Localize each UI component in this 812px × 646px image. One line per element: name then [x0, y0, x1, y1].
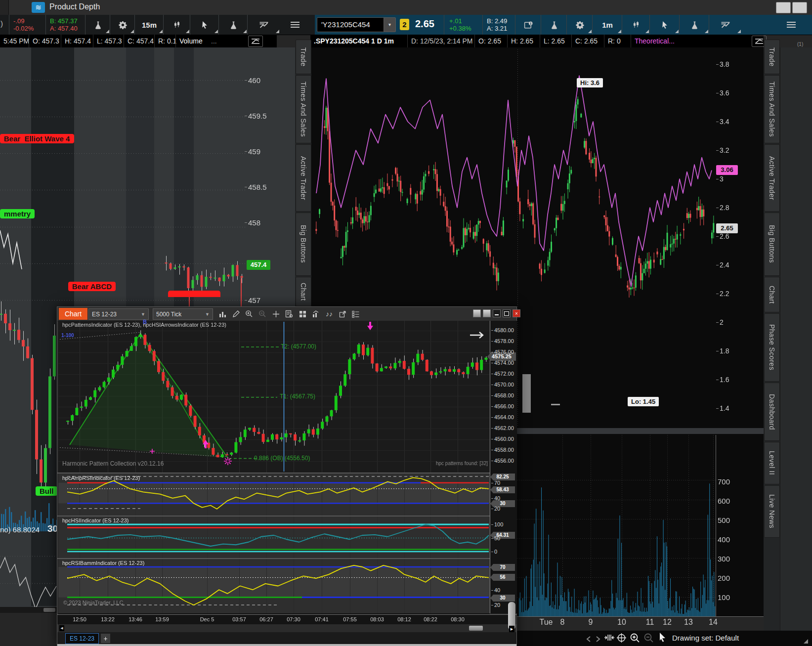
nt-minimize-button[interactable] [493, 309, 501, 317]
nt-time-label: 07:30 [287, 616, 300, 622]
gadget-tab-big-buttons[interactable]: Big Buttons [764, 213, 780, 276]
symbol-input[interactable]: 'Y231205C454 [317, 17, 388, 32]
scroll-left-icon[interactable] [586, 635, 591, 644]
nt-panel-divider[interactable] [57, 473, 516, 474]
right-analyze-button[interactable] [541, 15, 567, 35]
gadget-tab-chart[interactable]: Chart [764, 277, 780, 312]
gadget-tab-live-news[interactable]: Live News [764, 485, 780, 538]
nt-chart-tab[interactable]: Chart [59, 308, 87, 320]
left-settings-button[interactable] [110, 15, 135, 35]
grid-layout-icon[interactable] [297, 309, 308, 319]
gadget-tab-times-and-sales[interactable]: Times And Sales [296, 75, 311, 143]
nt-bottom-tab[interactable]: ES 12-23 [65, 633, 99, 644]
spy-theoretical-label[interactable]: Theoretical... [631, 35, 678, 47]
toolbar: ) -.09-0.02% B: 457.37A: 457.40 15m [0, 15, 812, 35]
right-chart-style-dropdown[interactable] [622, 15, 650, 35]
zoom-out-icon[interactable] [256, 309, 268, 319]
right-strategies-dropdown[interactable] [679, 15, 709, 35]
gadget-tab-dashboard[interactable]: Dashboard [764, 383, 780, 441]
symbol-dropdown-button[interactable]: ▾ [384, 17, 396, 32]
scroll-right-icon[interactable] [596, 635, 600, 644]
chart-trader-icon[interactable] [310, 309, 322, 319]
right-cursor-dropdown[interactable] [649, 15, 680, 35]
zoom-out-icon[interactable] [643, 633, 654, 645]
bull-label[interactable]: Bull [36, 486, 57, 496]
left-drawings-dropdown[interactable] [247, 15, 280, 35]
share-icon[interactable] [337, 309, 348, 319]
left-study-icon-box[interactable] [248, 36, 263, 47]
left-hscrollbar-thumb[interactable] [43, 608, 55, 612]
nt-add-tab-button[interactable]: + [101, 634, 110, 643]
drawing-set-label[interactable]: Drawing set: Default [672, 634, 739, 642]
left-study-label[interactable]: Volume [175, 35, 206, 47]
gadget-tab-active-trader[interactable]: Active Trader [296, 144, 311, 212]
left-menu-button[interactable] [283, 15, 307, 35]
gadget-tab-phase-scores[interactable]: Phase Scores [764, 313, 780, 382]
crosshair-icon[interactable] [617, 633, 626, 645]
spy-price-label: 3.2 [720, 146, 729, 154]
volume-axis-label: 600 [718, 497, 730, 505]
right-timeframe-dropdown[interactable]: 1m [592, 15, 622, 35]
left-strategies-dropdown[interactable] [218, 15, 248, 35]
crosshair-plus-icon[interactable] [270, 309, 282, 319]
left-chart-style-dropdown[interactable] [163, 15, 190, 35]
nt-scroll-left-button[interactable]: ◀ [59, 625, 64, 631]
left-study-value: 30 [47, 523, 58, 534]
expand-time-axis-icon[interactable] [604, 634, 615, 644]
resize-grip[interactable] [804, 639, 808, 644]
draw-pencil-icon[interactable] [230, 309, 242, 319]
data-box-icon[interactable] [283, 309, 295, 319]
nt-chart-canvas[interactable] [58, 321, 490, 614]
left-analyze-button[interactable] [85, 15, 110, 35]
nt-price-label: 4576.00 [494, 349, 514, 355]
window-button-2[interactable] [792, 2, 807, 13]
symmetry-label[interactable]: mmetry [0, 209, 35, 218]
nt-panel-divider[interactable] [57, 516, 516, 517]
right-order-ticket-button[interactable] [515, 15, 541, 35]
nt-hscrollbar[interactable]: ◀ [57, 624, 516, 632]
left-cursor-dropdown[interactable] [190, 15, 219, 35]
gadget-tab-level-ii[interactable]: Level II [764, 442, 780, 484]
order-qty-badge[interactable]: 2 [400, 19, 409, 30]
gadget-tab-active-trader[interactable]: Active Trader [764, 144, 780, 212]
gadget-tab-times-and-sales[interactable]: Times And Sales [764, 75, 780, 143]
gadget-tab-trade[interactable]: Trade [296, 40, 311, 74]
nt-maximize-button[interactable] [503, 309, 511, 317]
spy-close: C: 2.65 [571, 35, 601, 47]
left-timeframe-dropdown[interactable]: 15m [134, 15, 164, 35]
checklist-icon[interactable] [350, 309, 362, 319]
right-settings-button[interactable] [566, 15, 593, 35]
target2-label: T2: (4577.00) [281, 343, 316, 350]
nt-bamm-label: 20 [494, 602, 500, 608]
spy-symbol-label: .SPY231205C454 1 D 1m [310, 35, 397, 47]
bear-elliot-wave-label[interactable]: Bear Elliot Wave 4 [0, 134, 74, 143]
nt-instrument-select[interactable]: ES 12-23▼ [88, 308, 149, 320]
pointer-icon[interactable] [658, 632, 667, 644]
nt-extra-button-1[interactable] [473, 309, 481, 317]
nt-hscrollbar-thumb[interactable] [469, 626, 483, 631]
nt-price-label: 4568.00 [494, 392, 514, 398]
nt-price-label: 4556.00 [494, 458, 514, 464]
left-hscrollbar[interactable] [0, 607, 57, 613]
bear-abcd-label[interactable]: Bear ABCD [68, 282, 116, 291]
nt-panel-divider[interactable] [57, 558, 516, 559]
gadget-tab-big-buttons[interactable]: Big Buttons [296, 213, 311, 276]
nt-interval-select[interactable]: 5000 Tick▼ [153, 308, 213, 320]
spy-open: O: 2.65 [474, 35, 505, 47]
tiny-right-arrow-button[interactable]: ▶ [509, 626, 514, 632]
right-menu-button[interactable] [779, 15, 804, 35]
nt-close-button[interactable]: × [513, 309, 520, 317]
chart-type-icon[interactable] [216, 309, 228, 319]
zoom-in-icon[interactable] [243, 309, 255, 319]
zoom-in-icon[interactable] [630, 633, 640, 645]
window-tab-notch[interactable] [0, 0, 9, 15]
alerts-icon[interactable]: ♪♪ [323, 309, 335, 319]
window-button-1[interactable] [776, 2, 791, 13]
clipboard-info-icon [524, 21, 533, 29]
left-study-more[interactable]: ... [208, 35, 220, 47]
right-drawings-dropdown[interactable] [709, 15, 742, 35]
gadget-tab-chart[interactable]: Chart [296, 277, 311, 306]
gadget-tab-trade[interactable]: Trade [764, 40, 780, 74]
nt-extra-button-2[interactable] [483, 309, 491, 317]
right-change-cell: +.01+0.38% [444, 15, 488, 35]
